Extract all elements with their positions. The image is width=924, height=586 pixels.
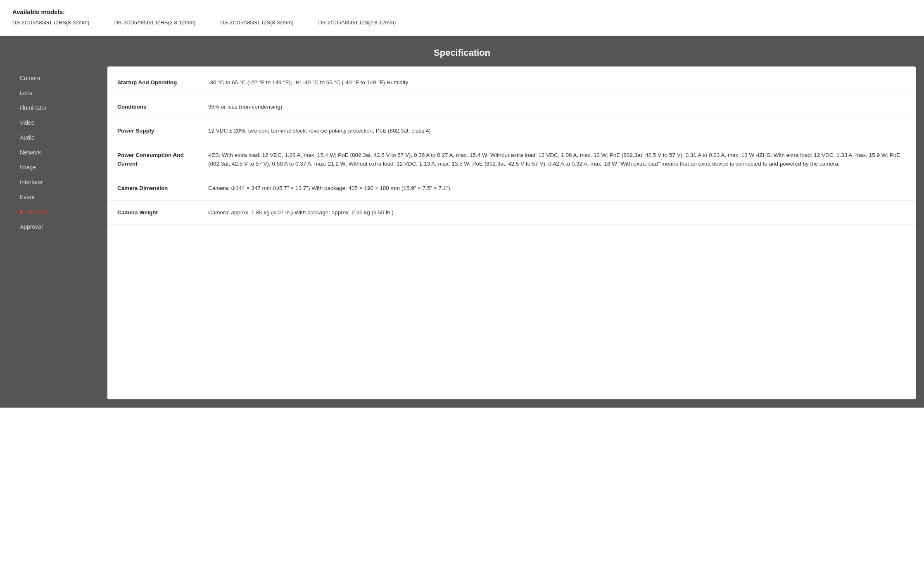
table-row: Conditions95% or less (non-condensing)	[107, 95, 916, 119]
sidebar-item-event[interactable]: Event	[8, 190, 107, 204]
sidebar-item-label: General	[26, 209, 47, 215]
sidebar-item-label: Lens	[20, 90, 32, 96]
available-models-title: Available models:	[12, 8, 912, 15]
spec-content[interactable]: Startup And Operating-30 °C to 65 °C (-2…	[107, 66, 916, 399]
sidebar-item-label: Camera	[20, 75, 40, 81]
sidebar-item-label: Network	[20, 149, 41, 156]
sidebar-item-network[interactable]: Network	[8, 145, 107, 160]
available-models-section: Available models: DS-2CD5A85G1-IZHS(8-32…	[0, 0, 924, 36]
table-row: Startup And Operating-30 °C to 65 °C (-2…	[107, 71, 916, 95]
spec-body: CameraLensIlluminatorVideoAudioNetworkIm…	[0, 66, 924, 408]
table-row: Power Supply12 VDC ± 20%, two-core termi…	[107, 119, 916, 143]
table-row: Camera WeightCamera: approx. 1.85 kg (4.…	[107, 200, 916, 225]
spec-value: Camera: approx. 1.85 kg (4.07 lb.) With …	[198, 200, 916, 225]
model-item: DS-2CD5A85G1-IZS(8-32mm)	[221, 19, 294, 26]
spec-value: Camera: Φ144 × 347 mm (Φ5.7" × 13.7") Wi…	[198, 176, 916, 200]
spec-title: Specification	[0, 36, 924, 66]
model-item: DS-2CD5A85G1-IZS(2.8-12mm)	[318, 19, 396, 26]
sidebar-item-label: Approval	[20, 223, 43, 230]
spec-value: -IZS: With extra load: 12 VDC, 1.28 A, m…	[198, 143, 916, 176]
sidebar-item-image[interactable]: Image	[8, 160, 107, 175]
sidebar-item-label: Illuminator	[20, 104, 47, 111]
sidebar-item-label: Interface	[20, 179, 42, 185]
spec-label: Power Consumption And Current	[107, 143, 198, 176]
spec-table-body: Startup And Operating-30 °C to 65 °C (-2…	[107, 71, 916, 225]
spec-label: Camera Dimension	[107, 176, 198, 200]
sidebar-item-label: Event	[20, 194, 35, 200]
spec-value: 95% or less (non-condensing)	[198, 95, 916, 119]
sidebar-item-illuminator[interactable]: Illuminator	[8, 100, 107, 115]
table-row: Camera DimensionCamera: Φ144 × 347 mm (Φ…	[107, 176, 916, 200]
sidebar-item-label: Audio	[20, 134, 35, 141]
spec-value: 12 VDC ± 20%, two-core terminal block; r…	[198, 119, 916, 143]
sidebar-item-lens[interactable]: Lens	[8, 85, 107, 100]
sidebar-item-label: Video	[20, 119, 35, 126]
spec-label: Power Supply	[107, 119, 198, 143]
model-item: DS-2CD5A85G1-IZHS(2.8-12mm)	[114, 19, 195, 26]
spec-section: Specification CameraLensIlluminatorVideo…	[0, 36, 924, 408]
table-row: Power Consumption And Current-IZS: With …	[107, 143, 916, 176]
sidebar-item-camera[interactable]: Camera	[8, 71, 107, 85]
spec-table: Startup And Operating-30 °C to 65 °C (-2…	[107, 71, 916, 225]
spec-label: Startup And Operating	[107, 71, 198, 95]
sidebar-item-general[interactable]: General	[8, 204, 107, 219]
spec-label: Conditions	[107, 95, 198, 119]
model-item: DS-2CD5A85G1-IZHS(8-32mm)	[12, 19, 89, 26]
spec-sidebar: CameraLensIlluminatorVideoAudioNetworkIm…	[8, 66, 107, 399]
models-list: DS-2CD5A85G1-IZHS(8-32mm)DS-2CD5A85G1-IZ…	[12, 19, 912, 26]
spec-label: Camera Weight	[107, 200, 198, 225]
spec-value: -30 °C to 65 °C (-22 °F to 149 °F), -H: …	[198, 71, 916, 95]
sidebar-item-interface[interactable]: Interface	[8, 175, 107, 190]
sidebar-item-audio[interactable]: Audio	[8, 130, 107, 145]
sidebar-item-video[interactable]: Video	[8, 115, 107, 130]
sidebar-item-approval[interactable]: Approval	[8, 219, 107, 234]
active-bullet-icon	[20, 210, 23, 214]
sidebar-item-label: Image	[20, 164, 36, 171]
